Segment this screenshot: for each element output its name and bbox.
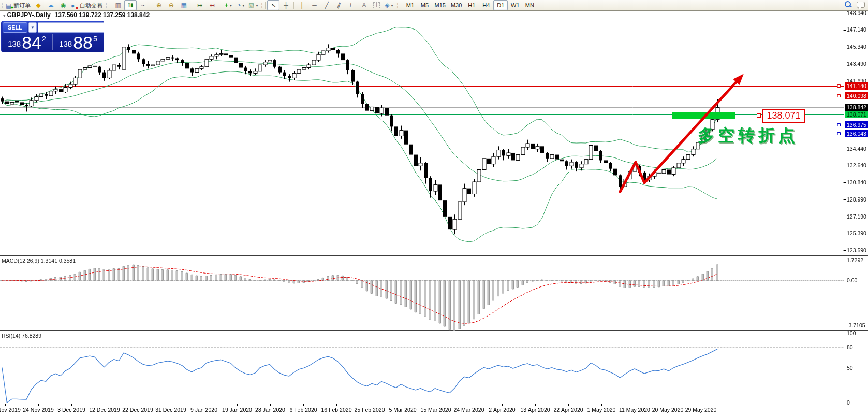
channel-button[interactable]: ∥ [333,0,345,10]
zoom-in-button[interactable]: ⊕ [153,0,165,10]
turning-point-annotation: 多空转折点 [698,124,799,147]
shapes-icon: ◈ [385,2,389,8]
signals-icon: ◉ [61,2,66,8]
text-icon: A [362,2,366,8]
vertical-line-icon: │ [300,2,304,8]
candlestick-button[interactable]: ▯▮ [124,0,137,10]
line-chart-button[interactable]: ~ [137,0,149,10]
templates-button[interactable]: ▧▾ [247,0,259,10]
tile-windows-icon: ▦ [181,2,186,8]
mt4-window: ┊ ▤+ 新订单 ◆ ☁ ◉ ● 自动交易 ┊ ▥ ▯▮ ~ ⊕ ⊖ ▦ ↦ ↤… [0,0,868,416]
market-icon: ◆ [36,2,40,8]
sell-price-display[interactable]: 138842 [2,33,52,51]
zoom-in-icon: ⊕ [156,2,161,8]
chevron-down-icon: ▾ [256,3,258,8]
chart-shift-button[interactable]: ↤ [206,0,218,10]
new-order-icon: ▤+ [6,2,12,9]
autotrade-label: 自动交易 [80,2,102,9]
auto-scroll-button[interactable]: ↦ [194,0,206,10]
auto-scroll-icon: ↦ [197,2,202,8]
price-chart[interactable] [0,10,868,416]
sell-price-big: 84 [22,35,41,50]
timeframe-m30-button[interactable]: M30 [448,0,464,10]
cursor-icon: ↖ [271,2,276,8]
main-toolbar: ┊ ▤+ 新订单 ◆ ☁ ◉ ● 自动交易 ┊ ▥ ▯▮ ~ ⊕ ⊖ ▦ ↦ ↤… [0,0,868,11]
chevron-down-icon: ▾ [391,3,393,8]
template-icon: ▧ [248,2,254,8]
sell-button[interactable]: SELL [3,22,27,33]
periods-button[interactable]: ◔▾ [234,0,247,10]
chat-icon[interactable] [857,2,865,8]
trendline-icon: ╱ [325,2,329,8]
timeframe-m5-button[interactable]: M5 [417,0,432,10]
search-icon[interactable] [845,1,851,8]
timeframe-m15-button[interactable]: M15 [432,0,448,10]
trendline-button[interactable]: ╱ [320,0,333,10]
price-box-anchor [757,113,761,118]
timeframe-h1-button[interactable]: H1 [464,0,479,10]
macd-label: MACD(12,26,9) 1.3141 0.3581 [2,257,76,264]
timeframe-w1-button[interactable]: W1 [508,0,522,10]
one-click-trading-panel: SELL ▼ ▲ BUY 138842 138885 [1,21,104,52]
crosshair-button[interactable]: ┼ [279,0,292,10]
price-annotation-box: 138.071 [762,109,805,123]
timeframe-d1-button[interactable]: D1 [493,0,508,10]
timeframe-h4-button[interactable]: H4 [479,0,493,10]
timeframe-toolbar: M1M5M15M30H1H4D1W1MN [403,0,537,10]
vertical-line-button[interactable]: │ [296,0,308,10]
add-indicator-icon: + [225,2,228,8]
tile-windows-button[interactable]: ▦ [178,0,190,10]
zoom-out-icon: ⊖ [169,2,174,8]
community-icon: ☁ [48,2,54,8]
one-click-collapse-icon[interactable]: ▾ [3,13,6,18]
timeframe-m1-button[interactable]: M1 [403,0,417,10]
fibonacci-button[interactable]: F [345,0,358,10]
chevron-down-icon: ▾ [242,3,244,8]
autotrade-icon: ● [71,2,78,9]
channel-icon: ∥ [337,2,342,8]
clock-icon: ◔ [237,2,241,8]
buy-price-display[interactable]: 138885 [53,33,104,51]
mql5-market-button[interactable]: ◆ [32,0,45,10]
timeframe-mn-button[interactable]: MN [522,0,537,10]
toolbar-grip: ┊ [259,3,263,8]
zoom-out-button[interactable]: ⊖ [165,0,178,10]
buy-price-prefix: 138 [59,39,72,48]
buy-price-pip: 5 [93,35,97,43]
text-button[interactable]: A [358,0,370,10]
rsi-label: RSI(14) 76.8289 [2,333,41,339]
bar-chart-icon: ▥ [115,2,121,8]
shapes-button[interactable]: ◈▾ [382,0,395,10]
symbol-period-label: GBPJPY-,Daily [7,11,51,19]
horizontal-line-icon: ─ [312,2,317,8]
line-chart-icon: ~ [141,2,145,8]
toolbar-grip: ┊ [0,3,4,8]
volume-down-button[interactable]: ▼ [28,22,37,33]
text-label-button[interactable]: T [370,0,382,10]
text-label-icon: T [373,2,379,8]
new-order-label: 新订单 [13,2,31,9]
sell-price-pip: 2 [42,35,46,43]
buy-price-big: 88 [73,35,93,50]
chart-shift-icon: ↤ [210,2,215,8]
candlestick-icon: ▯▮ [128,3,134,8]
toolbar-grip: ┊ [395,3,399,8]
toolbar-grip: ┊ [104,3,108,8]
fibonacci-icon: F [350,2,354,8]
indicators-button[interactable]: +▾ [222,0,234,10]
bar-chart-button[interactable]: ▥ [112,0,124,10]
autotrade-button[interactable]: ● 自动交易 [69,0,104,10]
ohlc-values: 137.560 139.722 137.259 138.842 [55,11,150,19]
community-button[interactable]: ☁ [45,0,57,10]
sell-price-prefix: 138 [8,39,21,48]
chart-title: ▾GBPJPY-,Daily137.560 139.722 137.259 13… [3,11,150,19]
signals-button[interactable]: ◉ [57,0,69,10]
chevron-down-icon: ▾ [230,3,232,8]
volume-input[interactable] [38,22,104,33]
new-order-button[interactable]: ▤+ 新订单 [4,0,32,10]
crosshair-icon: ┼ [284,2,288,8]
cursor-button[interactable]: ↖ [267,0,279,10]
toolbar-right [845,1,865,8]
horizontal-line-button[interactable]: ─ [308,0,320,10]
